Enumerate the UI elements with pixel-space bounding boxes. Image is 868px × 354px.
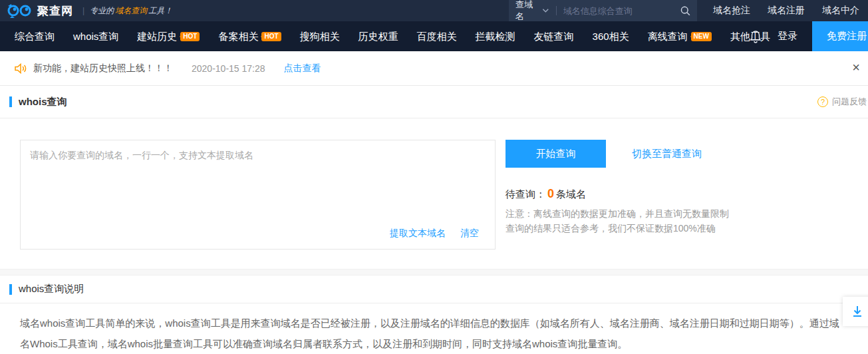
login-button[interactable]: 登录: [778, 30, 797, 43]
header-link-yumingzhuce[interactable]: 域名注册: [768, 5, 805, 17]
pending-count-line: 待查询：0条域名: [506, 187, 586, 201]
header-search-box: 查域名: [509, 0, 697, 21]
whois-section-header: whois查询 ? 问题反馈: [0, 86, 868, 118]
query-notes: 注意：离线查询的数据更加准确，并且查询无数量限制 查询的结果只适合参考，我们不保…: [506, 206, 729, 236]
pending-prefix: 待查询：: [506, 188, 545, 200]
nav-label: 综合查询: [15, 21, 55, 51]
header-link-yumingqiangzhu[interactable]: 域名抢注: [713, 5, 750, 17]
section-divider-band: [0, 269, 868, 275]
nav-label: 备案相关: [218, 21, 258, 51]
nav-label: 建站历史: [137, 21, 177, 51]
nav-item-baidu[interactable]: 百度相关: [408, 21, 466, 51]
header-search-input[interactable]: [563, 6, 680, 16]
notice-time: 2020-10-15 17:28: [192, 63, 265, 74]
nav-item-youlian[interactable]: 友链查询: [525, 21, 583, 51]
notice-bar: 新功能，建站历史快照上线！！！ 2020-10-15 17:28 点击查看 ×: [0, 51, 868, 86]
whois-query-panel: 提取文本域名 清空 开始查询 切换至普通查询 待查询：0条域名 注意：离线查询的…: [0, 118, 868, 269]
search-category-dropdown[interactable]: 查域名: [515, 0, 549, 23]
header-links: 域名抢注 域名注册 域名中介 联系我们: [713, 0, 868, 21]
section-accent-bar: [9, 284, 12, 295]
section-accent-bar: [9, 96, 12, 107]
search-icon[interactable]: [680, 5, 690, 17]
explain-paragraph: 域名whois查询工具简单的来说，whois查询工具是用来查询域名是否已经被注册…: [0, 303, 868, 354]
header-link-yumingzhongjie[interactable]: 域名中介: [822, 5, 859, 17]
logo-text: 聚查网: [37, 3, 73, 19]
pending-count: 0: [547, 187, 554, 200]
slogan-prefix: 专业的: [90, 5, 114, 17]
nav-item-beian[interactable]: 备案相关 HOT: [209, 21, 290, 51]
nav-items: 综合查询 whois查询 建站历史 HOT 备案相关 HOT 搜狗相关 历史权重…: [5, 21, 780, 51]
download-arrow-icon: [851, 305, 864, 318]
slogan-divider: |: [82, 6, 84, 15]
nav-label: 搜狗相关: [300, 21, 340, 51]
nav-label: 友链查询: [534, 21, 574, 51]
bell-icon[interactable]: [750, 30, 762, 43]
nav-label: 百度相关: [417, 21, 457, 51]
start-query-button[interactable]: 开始查询: [506, 140, 606, 168]
nav-item-whois[interactable]: whois查询: [64, 21, 128, 51]
nav-label: 离线查询: [648, 21, 688, 51]
site-logo[interactable]: 聚查网: [7, 3, 73, 19]
explain-section-title: whois查询说明: [19, 283, 84, 295]
nav-right-actions: 登录 免费注册: [750, 21, 868, 51]
search-divider: [556, 6, 557, 15]
hot-badge: HOT: [261, 32, 281, 41]
nav-item-360[interactable]: 360相关: [583, 21, 639, 51]
pending-suffix: 条域名: [556, 188, 586, 200]
hot-badge: HOT: [180, 32, 200, 41]
new-badge: NEW: [691, 32, 712, 41]
extract-domains-link[interactable]: 提取文本域名: [390, 228, 446, 240]
nav-item-sougou[interactable]: 搜狗相关: [291, 21, 349, 51]
switch-normal-query-link[interactable]: 切换至普通查询: [632, 148, 702, 160]
nav-label: 拦截检测: [476, 21, 515, 51]
top-header-bar: 聚查网 | 专业的 域名查询 工具！ 查域名 域名抢注 域名注册 域名中介 联系…: [0, 0, 868, 21]
notice-view-link[interactable]: 点击查看: [284, 63, 321, 75]
notice-text: 新功能，建站历史快照上线！！！: [33, 63, 173, 75]
close-icon[interactable]: ×: [852, 61, 860, 74]
float-action-button[interactable]: [843, 297, 868, 326]
nav-item-lishiquanzhong[interactable]: 历史权重: [349, 21, 408, 51]
nav-label: 360相关: [593, 21, 629, 51]
textarea-actions: 提取文本域名 清空: [390, 228, 479, 240]
slogan-em: 域名查询: [115, 5, 147, 17]
feedback-label: 问题反馈: [832, 96, 867, 108]
register-button[interactable]: 免费注册: [812, 21, 868, 51]
note-line-2: 查询的结果只适合参考，我们不保证数据100%准确: [506, 221, 729, 236]
nav-item-zonghe[interactable]: 综合查询: [5, 21, 64, 51]
search-category-label: 查域名: [515, 0, 538, 23]
whois-section-title: whois查询: [19, 96, 67, 108]
domain-input-box: 提取文本域名 清空: [20, 140, 496, 250]
site-slogan: | 专业的 域名查询 工具！: [82, 5, 172, 17]
nav-label: 历史权重: [359, 21, 398, 51]
nav-item-lanjie[interactable]: 拦截检测: [466, 21, 525, 51]
main-nav-bar: 综合查询 whois查询 建站历史 HOT 备案相关 HOT 搜狗相关 历史权重…: [0, 21, 868, 51]
slogan-suffix: 工具！: [148, 5, 172, 17]
clear-link[interactable]: 清空: [460, 228, 479, 240]
chevron-down-icon: [542, 8, 549, 13]
note-line-1: 注意：离线查询的数据更加准确，并且查询无数量限制: [506, 206, 729, 221]
feedback-button[interactable]: ? 问题反馈: [817, 86, 868, 118]
nav-item-lixian[interactable]: 离线查询 NEW: [639, 21, 721, 51]
speaker-icon: [15, 63, 27, 74]
owl-logo-icon: [7, 3, 33, 18]
nav-item-jianzhanlishi[interactable]: 建站历史 HOT: [128, 21, 209, 51]
question-circle-icon: ?: [817, 96, 828, 107]
explain-section-header: whois查询说明: [0, 275, 868, 303]
nav-label: whois查询: [73, 21, 118, 51]
